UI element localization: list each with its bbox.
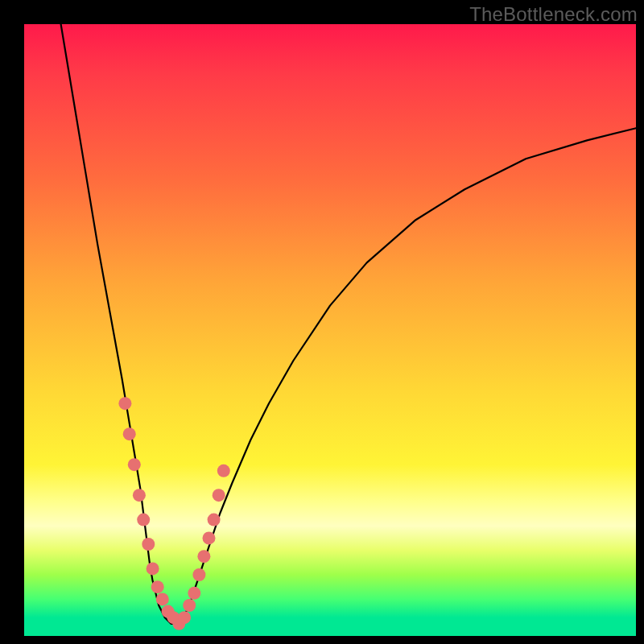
marker-point [217,464,230,477]
marker-point [188,587,200,600]
marker-point [118,397,131,410]
marker-point [178,611,191,624]
marker-point [197,550,210,563]
marker-point [128,458,141,471]
chart-frame: TheBottleneck.com [0,0,644,644]
plot-area [24,24,636,636]
marker-point [147,562,159,575]
marker-point [137,514,150,526]
watermark-text: TheBottleneck.com [469,3,638,26]
bottleneck-curve [24,24,636,636]
marker-point [156,592,169,605]
series-left-branch [61,24,177,624]
marker-point [142,538,155,551]
marker-point [183,599,196,612]
marker-point [213,489,225,502]
series-right-branch [177,128,636,624]
marker-point [192,568,205,581]
marker-point [208,514,221,526]
marker-point [151,580,164,593]
marker-point [203,531,216,544]
marker-point [123,427,136,440]
marker-point [133,489,146,502]
